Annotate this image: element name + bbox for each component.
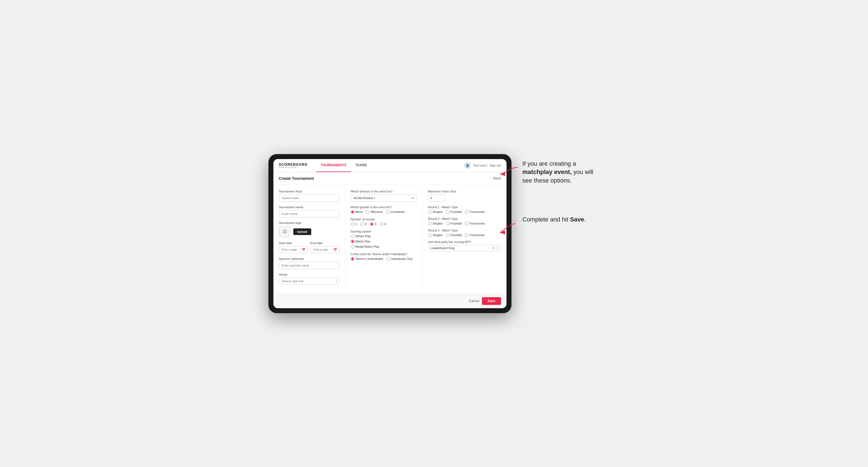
round1-singles-radio[interactable]: [428, 210, 432, 214]
round3-singles-option[interactable]: Singles: [428, 234, 443, 237]
user-avatar: 👤: [464, 162, 471, 169]
rounds-radio-group: 1 2 3 4: [351, 222, 417, 226]
medal-match-radio[interactable]: [351, 245, 354, 249]
division-group: Which division is the event for? NCAA Di…: [351, 190, 417, 201]
tablet-frame: SCOREBOARD Powered by clippit TOURNAMENT…: [269, 154, 512, 313]
round1-fourball-radio[interactable]: [446, 210, 450, 214]
sponsor-input[interactable]: [279, 262, 339, 269]
stroke-play-radio[interactable]: [351, 235, 354, 238]
api-close-button[interactable]: ✕: [492, 246, 495, 250]
round3-singles-radio[interactable]: [428, 234, 432, 237]
round2-fourball-option[interactable]: Fourball: [446, 222, 462, 225]
name-group: Tournament name: [279, 206, 339, 217]
calendar-icon-end: 📅: [333, 248, 337, 251]
save-button[interactable]: Save: [482, 297, 501, 305]
user-label: Test User |: [473, 164, 488, 167]
name-label: Tournament name: [279, 206, 339, 209]
venue-input[interactable]: [279, 278, 339, 285]
round2-match-type: Round 2 - Match Type Singles Fourball: [428, 217, 501, 225]
round-2-radio[interactable]: [361, 222, 364, 226]
arrow-bottom-svg: [498, 221, 520, 235]
teams-label: Is this event for Teams and/or Individua…: [351, 252, 417, 256]
nav-link-teams[interactable]: TEAMS: [351, 159, 371, 172]
scoring-radio-group: Stroke Play Match Play Medal Match Play: [351, 235, 417, 249]
logo-scoreboard: SCOREBOARD: [279, 163, 308, 166]
gender-mens-radio[interactable]: [351, 210, 354, 214]
gender-mens-option[interactable]: Mens: [351, 210, 363, 214]
gender-womens-option[interactable]: Womens: [366, 210, 382, 214]
round1-foursomes-option[interactable]: Foursomes: [465, 210, 485, 214]
host-group: Tournament Host: [279, 190, 339, 201]
gender-womens-radio[interactable]: [366, 210, 370, 214]
round2-foursomes-radio[interactable]: [465, 222, 468, 225]
name-input[interactable]: [279, 210, 339, 217]
round-4-radio[interactable]: [380, 222, 383, 226]
rounds-group: Number of rounds 1 2: [351, 218, 417, 226]
round2-singles-radio[interactable]: [428, 222, 432, 225]
division-select[interactable]: NCAA Division I NCAA Division II NCAA Di…: [351, 194, 417, 201]
host-input[interactable]: [279, 194, 339, 201]
gender-combined-option[interactable]: Combined: [386, 210, 405, 214]
host-label: Tournament Host: [279, 190, 339, 193]
match-play-radio[interactable]: [351, 240, 354, 243]
form-footer: Cancel Save: [273, 293, 506, 308]
round-1-radio[interactable]: [351, 222, 354, 226]
gender-group: Which gender is the event for? Mens Wome…: [351, 206, 417, 214]
gender-combined-radio[interactable]: [386, 210, 390, 214]
round2-foursomes-option[interactable]: Foursomes: [465, 222, 485, 225]
gender-combined-label: Combined: [391, 210, 405, 214]
medal-match-option[interactable]: Medal Match Play: [351, 245, 417, 249]
round2-label: Round 2 - Match Type: [428, 217, 501, 220]
logo-placeholder: 🖼: [279, 226, 290, 238]
round-4-option[interactable]: 4: [380, 222, 386, 226]
round-3-option[interactable]: 3: [370, 222, 376, 226]
match-play-option[interactable]: Match Play: [351, 240, 417, 243]
logo-label: Tournament logo: [279, 221, 339, 224]
round1-singles-option[interactable]: Singles: [428, 210, 443, 214]
round1-options: Singles Fourball Foursomes: [428, 210, 501, 214]
end-date-wrapper: 📅: [310, 246, 339, 253]
venue-group: Venue ▾: [279, 273, 339, 285]
round3-foursomes-option[interactable]: Foursomes: [465, 234, 485, 237]
nav-link-tournaments[interactable]: TOURNAMENTS: [316, 159, 351, 172]
individuals-only-label: Individuals Only: [391, 257, 413, 260]
upload-button[interactable]: Upload: [293, 228, 311, 235]
logo-group: Tournament logo 🖼 Upload: [279, 221, 339, 238]
nav-bar: SCOREBOARD Powered by clippit TOURNAMENT…: [273, 159, 506, 172]
round3-foursomes-radio[interactable]: [465, 234, 468, 237]
round3-match-type: Round 3 - Match Type Singles Fourball: [428, 229, 501, 237]
round2-options: Singles Fourball Foursomes: [428, 222, 501, 225]
round1-foursomes-radio[interactable]: [465, 210, 468, 214]
individuals-only-option[interactable]: Individuals Only: [386, 257, 413, 261]
round2-foursomes-label: Foursomes: [469, 222, 485, 225]
teams-plus-radio[interactable]: [351, 257, 354, 261]
round1-fourball-label: Fourball: [451, 210, 462, 214]
rounds-label: Number of rounds: [351, 218, 417, 221]
round-3-radio[interactable]: [370, 222, 374, 226]
round1-match-type: Round 1 - Match Type Singles Fourball: [428, 206, 501, 214]
end-date-label: End date: [310, 241, 339, 245]
round-1-option[interactable]: 1: [351, 222, 357, 226]
medal-match-label: Medal Match Play: [355, 245, 379, 248]
round-2-option[interactable]: 2: [361, 222, 367, 226]
round2-fourball-radio[interactable]: [446, 222, 450, 225]
round3-fourball-option[interactable]: Fourball: [446, 234, 462, 237]
form-body: Tournament Host Tournament name Tourname…: [273, 185, 506, 293]
start-date-group: Start date 📅: [279, 241, 308, 253]
back-link[interactable]: ← Back: [489, 177, 501, 180]
round3-fourball-radio[interactable]: [446, 234, 450, 237]
gender-womens-label: Womens: [371, 210, 382, 214]
arrow-top-svg: [498, 165, 520, 176]
teams-plus-option[interactable]: Teams (+Individuals): [351, 257, 383, 261]
end-date-group: End date 📅: [310, 241, 339, 253]
cancel-button[interactable]: Cancel: [469, 299, 479, 303]
teams-plus-label: Teams (+Individuals): [355, 257, 383, 260]
form-col-mid: Which division is the event for? NCAA Di…: [345, 185, 423, 293]
individuals-only-radio[interactable]: [386, 257, 390, 261]
round2-singles-option[interactable]: Singles: [428, 222, 443, 225]
stroke-play-option[interactable]: Stroke Play: [351, 235, 417, 238]
round3-foursomes-label: Foursomes: [469, 234, 485, 237]
round1-fourball-option[interactable]: Fourball: [446, 210, 462, 214]
max-team-input[interactable]: [428, 194, 445, 201]
round1-label: Round 1 - Match Type: [428, 206, 501, 209]
